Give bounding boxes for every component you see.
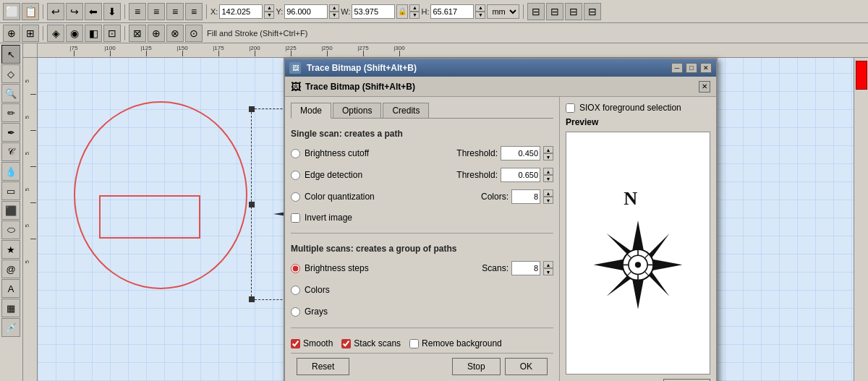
- stack-scans-label[interactable]: Stack scans: [354, 338, 401, 348]
- toolbar-icon-undo[interactable]: ↩: [47, 3, 64, 20]
- remove-bg-checkbox[interactable]: [409, 339, 419, 348]
- dialog-minimize-btn[interactable]: ─: [671, 63, 683, 73]
- x-spinner[interactable]: ▲ ▼: [264, 4, 274, 19]
- toolbar-icon-5[interactable]: ≡: [129, 3, 146, 20]
- tab-credits[interactable]: Credits: [383, 103, 429, 118]
- brightness-steps-radio[interactable]: [291, 264, 300, 273]
- toolbar-align-4[interactable]: ⊟: [584, 3, 601, 20]
- unit-select[interactable]: mm px in: [487, 4, 519, 19]
- tool-rect[interactable]: ▭: [1, 181, 20, 200]
- dialog-close-btn[interactable]: ✕: [700, 63, 712, 73]
- color-quant-label[interactable]: Color quantization: [305, 192, 477, 202]
- tab-options[interactable]: Options: [333, 103, 381, 118]
- snap-icon-4[interactable]: ◉: [66, 25, 83, 42]
- dialog-maximize-btn[interactable]: □: [686, 63, 697, 73]
- smooth-checkbox[interactable]: [291, 339, 300, 348]
- toolbar-icon-1[interactable]: ⬜: [3, 3, 20, 20]
- snap-icon-3[interactable]: ◈: [47, 25, 64, 42]
- stack-scans-checkbox[interactable]: [341, 339, 351, 348]
- brightness-cutoff-label[interactable]: Brightness cutoff: [305, 148, 452, 158]
- tool-spray[interactable]: 💧: [1, 162, 20, 181]
- h-down[interactable]: ▼: [475, 12, 485, 19]
- scans-input[interactable]: [511, 261, 540, 275]
- color-quant-radio[interactable]: [291, 192, 300, 202]
- colors-radio-label[interactable]: Colors: [305, 285, 553, 295]
- tool-gradient[interactable]: ▦: [1, 299, 20, 317]
- snap-icon-6[interactable]: ⊡: [103, 25, 121, 42]
- colors-spinner[interactable]: ▲ ▼: [543, 189, 553, 204]
- x-input[interactable]: [219, 4, 263, 19]
- w-down[interactable]: ▼: [409, 12, 420, 19]
- lock-icon[interactable]: 🔒: [396, 4, 408, 19]
- ok-button[interactable]: OK: [505, 358, 548, 375]
- brightness-up[interactable]: ▲: [543, 146, 553, 153]
- scroll-indicator[interactable]: [856, 61, 867, 90]
- toolbar-icon-6[interactable]: ≡: [148, 3, 165, 20]
- tool-ellipse[interactable]: ⬭: [1, 221, 20, 239]
- x-down[interactable]: ▼: [264, 12, 274, 19]
- remove-bg-label[interactable]: Remove background: [422, 338, 502, 348]
- brightness-threshold-spinner[interactable]: ▲ ▼: [543, 146, 553, 160]
- w-spinner[interactable]: ▲ ▼: [409, 4, 420, 19]
- tool-node[interactable]: ◇: [1, 64, 20, 83]
- h-spinner[interactable]: ▲ ▼: [475, 4, 485, 19]
- w-input[interactable]: [352, 4, 395, 19]
- colors-multi-radio[interactable]: [291, 286, 300, 295]
- tool-pencil[interactable]: ✏: [1, 103, 20, 122]
- colors-input[interactable]: [511, 189, 540, 204]
- tool-pen[interactable]: ✒: [1, 123, 20, 142]
- invert-label[interactable]: Invert image: [305, 213, 352, 223]
- grays-label[interactable]: Grays: [305, 307, 553, 317]
- tool-select[interactable]: ↖: [1, 45, 20, 64]
- edge-threshold-spinner[interactable]: ▲ ▼: [543, 168, 553, 182]
- brightness-threshold-input[interactable]: [501, 146, 540, 160]
- snap-icon[interactable]: ⊕: [3, 25, 20, 42]
- toolbar-align-1[interactable]: ⊟: [527, 3, 545, 20]
- edge-down[interactable]: ▼: [543, 175, 553, 182]
- rect-shape[interactable]: [99, 195, 200, 239]
- smooth-label[interactable]: Smooth: [303, 338, 333, 348]
- dialog-subtitle-close[interactable]: ✕: [699, 81, 710, 93]
- handle-bl[interactable]: [249, 296, 255, 302]
- toolbar-align-2[interactable]: ⊟: [546, 3, 563, 20]
- edge-detection-radio[interactable]: [291, 171, 300, 180]
- y-input[interactable]: [284, 4, 328, 19]
- scans-spinner[interactable]: ▲ ▼: [543, 261, 553, 275]
- brightness-steps-label[interactable]: Brightness steps: [305, 263, 477, 273]
- siox-checkbox[interactable]: [566, 103, 575, 113]
- snap-icon-2[interactable]: ⊞: [22, 25, 39, 42]
- brightness-down[interactable]: ▼: [543, 153, 553, 160]
- toolbar-icon-4[interactable]: ⬇: [103, 3, 121, 20]
- tool-text[interactable]: A: [1, 279, 20, 298]
- y-spinner[interactable]: ▲ ▼: [329, 4, 339, 19]
- scans-up[interactable]: ▲: [543, 261, 553, 268]
- edge-up[interactable]: ▲: [543, 168, 553, 175]
- tool-dropper[interactable]: 💉: [1, 318, 20, 337]
- snap-icon-7[interactable]: ⊠: [129, 25, 146, 42]
- toolbar-icon-2[interactable]: 📋: [22, 3, 39, 20]
- snap-icon-10[interactable]: ⊙: [185, 25, 203, 42]
- tool-3d[interactable]: ⬛: [1, 201, 20, 220]
- snap-icon-9[interactable]: ⊗: [166, 25, 184, 42]
- w-up[interactable]: ▲: [409, 4, 420, 12]
- snap-icon-5[interactable]: ◧: [85, 25, 102, 42]
- y-down[interactable]: ▼: [329, 12, 339, 19]
- edge-threshold-input[interactable]: [501, 168, 540, 182]
- colors-up[interactable]: ▲: [543, 189, 553, 197]
- invert-checkbox[interactable]: [291, 213, 300, 223]
- scans-down[interactable]: ▼: [543, 268, 553, 275]
- toolbar-icon-3[interactable]: ⬅: [85, 3, 102, 20]
- toolbar-icon-7[interactable]: ≡: [166, 3, 184, 20]
- brightness-cutoff-radio[interactable]: [291, 149, 300, 158]
- stop-button[interactable]: Stop: [452, 358, 501, 375]
- tab-mode[interactable]: Mode: [291, 103, 331, 119]
- toolbar-icon-redo[interactable]: ↪: [66, 3, 83, 20]
- toolbar-align-3[interactable]: ⊟: [565, 3, 582, 20]
- edge-detection-label[interactable]: Edge detection: [305, 170, 452, 180]
- h-input[interactable]: [430, 4, 474, 19]
- y-up[interactable]: ▲: [329, 4, 339, 12]
- x-up[interactable]: ▲: [264, 4, 274, 12]
- snap-icon-8[interactable]: ⊕: [148, 25, 165, 42]
- colors-down[interactable]: ▼: [543, 197, 553, 204]
- h-up[interactable]: ▲: [475, 4, 485, 12]
